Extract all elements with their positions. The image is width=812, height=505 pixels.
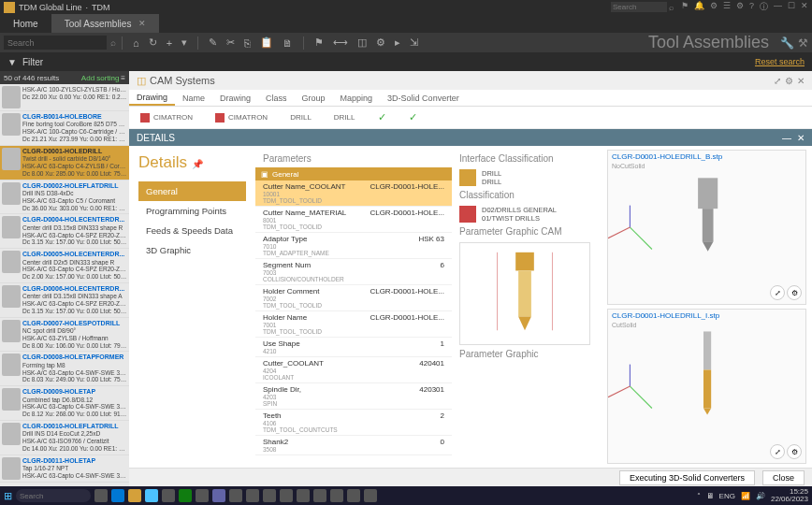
- add-sorting-link[interactable]: Add sorting: [81, 74, 119, 82]
- sub-tab[interactable]: Group: [295, 90, 333, 106]
- taskbar-app-icon[interactable]: [111, 489, 124, 502]
- sub-tab[interactable]: Mapping: [333, 90, 381, 106]
- detail-nav-item[interactable]: General: [138, 181, 246, 201]
- result-item[interactable]: CLGR-D0001-HOLEDRILL Twist drill - solid…: [0, 146, 129, 180]
- cut-icon[interactable]: ✂: [226, 36, 235, 49]
- taskbar-app-icon[interactable]: [347, 489, 360, 502]
- gear-icon[interactable]: ⚙: [785, 76, 793, 86]
- result-item[interactable]: CLGR-D0006-HOLECENTERDR... Center drill …: [0, 283, 129, 318]
- tray-monitor-icon[interactable]: 🖥: [706, 492, 714, 500]
- box-icon[interactable]: ◫: [357, 36, 367, 49]
- home-icon[interactable]: ⌂: [133, 37, 139, 49]
- taskbar-app-icon[interactable]: [162, 489, 175, 502]
- result-item[interactable]: CLGR-D0008-HOLETAPFORMER Forming tap M8 …: [0, 352, 129, 386]
- taskbar-app-icon[interactable]: [145, 489, 158, 502]
- tray-wifi-icon[interactable]: 📶: [741, 492, 750, 500]
- link-icon[interactable]: ⚙: [710, 1, 718, 13]
- detail-nav-item[interactable]: Programming Points: [138, 201, 246, 221]
- close-button[interactable]: Close: [762, 470, 805, 485]
- result-item[interactable]: CLGR-B0014-HOLEBORE Fine boring tool Cor…: [0, 111, 129, 146]
- paste-icon[interactable]: 📋: [260, 36, 273, 49]
- sub-tab[interactable]: Name: [175, 90, 212, 106]
- result-item[interactable]: CLGR-D0007-HOLESPOTDRILL NC spot drill D…: [0, 318, 129, 353]
- tool-icon[interactable]: ⚒: [798, 36, 808, 50]
- tray-lang[interactable]: ENG: [719, 492, 735, 500]
- close-panel-icon[interactable]: ✕: [797, 76, 805, 86]
- info-icon[interactable]: ⓘ: [760, 1, 768, 13]
- sub-tab[interactable]: Drawing: [129, 90, 175, 106]
- play-icon[interactable]: ▸: [395, 36, 400, 49]
- result-item[interactable]: CLGR-D0004-HOLECENTERDR... Center drill …: [0, 214, 129, 249]
- taskbar-app-icon[interactable]: [330, 489, 343, 502]
- tab-close-icon[interactable]: ✕: [138, 19, 146, 28]
- result-item[interactable]: CLGR-D0011-HOLETAP Tap 1/16-27 NPT HSK-A…: [0, 455, 129, 483]
- result-item[interactable]: CLGR-D0009-HOLETAP Combined tap D6.8/D8.…: [0, 386, 129, 421]
- close-icon[interactable]: ✕: [797, 133, 805, 143]
- taskbar-app-icon[interactable]: [212, 489, 225, 502]
- taskbar-app-icon[interactable]: [263, 489, 276, 502]
- tab-tool-assemblies[interactable]: Tool Assemblies ✕: [51, 14, 160, 33]
- taskbar-app-icon[interactable]: [128, 489, 141, 502]
- param-row[interactable]: Cutter_COOLANT 4204 ICOOLANT 420401: [255, 357, 452, 383]
- detail-nav-item[interactable]: Feeds & Speeds Data: [138, 221, 246, 240]
- export-icon[interactable]: ⇲: [410, 36, 418, 49]
- flag-icon[interactable]: ⚑: [314, 36, 324, 49]
- param-row[interactable]: Use Shape 4210 1: [255, 338, 452, 357]
- search-icon[interactable]: ⌕: [110, 37, 116, 48]
- result-item[interactable]: CLGR-D0005-HOLECENTERDR... Center drill …: [0, 249, 129, 283]
- title-search-input[interactable]: [611, 2, 667, 12]
- minimize-icon[interactable]: —: [782, 133, 791, 143]
- result-item[interactable]: HSK-A/C 100-ZYLSCI-ZYLSTB / Hoffm... Dc …: [0, 84, 129, 111]
- param-row[interactable]: Holder Comment 7002 TDM_TOOL_TOOLID CLGR…: [255, 285, 452, 311]
- param-row[interactable]: Teeth 4106 TDM_TOOL_COUNTCUTS 2: [255, 410, 452, 436]
- search-icon[interactable]: ⌕: [669, 3, 674, 12]
- wrench-icon[interactable]: 🔧: [780, 36, 794, 50]
- settings-icon[interactable]: ⚙: [736, 1, 744, 13]
- view-3d-bottom[interactable]: CLGR-D0001-HOLEDRILL_I.stp CutSolid ⤢ ⚙: [607, 309, 806, 464]
- view-settings-icon[interactable]: ⚙: [787, 285, 802, 300]
- result-item[interactable]: CLGR-D0002-HOLEFLATDRILL Drill INS D38-4…: [0, 180, 129, 215]
- tray-volume-icon[interactable]: 🔊: [756, 492, 765, 500]
- add-icon[interactable]: +: [167, 37, 172, 49]
- param-row[interactable]: Holder Name 7001 TDM_TOOL_TOOLID CLGR-D0…: [255, 311, 452, 338]
- doc-icon[interactable]: 🗎: [283, 37, 293, 49]
- detail-nav-item[interactable]: 3D Graphic: [138, 240, 246, 260]
- user-icon[interactable]: ☰: [723, 1, 731, 13]
- taskbar-app-icon[interactable]: [246, 489, 259, 502]
- help-icon[interactable]: ?: [749, 1, 754, 13]
- taskbar-app-icon[interactable]: [179, 489, 192, 502]
- view-3d-top[interactable]: CLGR-D0001-HOLEDRILL_B.stp NoCutSolid ⤢ …: [607, 150, 806, 305]
- taskbar-app-icon[interactable]: [229, 489, 242, 502]
- pin-icon[interactable]: 📌: [192, 159, 203, 169]
- close-icon[interactable]: ✕: [801, 1, 808, 13]
- result-item[interactable]: CLGR-D0010-HOLEFLATDRILL Drill INS D14 E…: [0, 421, 129, 455]
- tab-home[interactable]: Home: [0, 14, 51, 33]
- dropdown-icon[interactable]: ▾: [181, 36, 187, 49]
- measure-icon[interactable]: ⟷: [333, 36, 348, 49]
- sort-menu-icon[interactable]: ≡: [121, 74, 125, 82]
- sub-tab[interactable]: Class: [258, 90, 295, 106]
- sub-tab[interactable]: 3D-Solid Converter: [380, 90, 467, 106]
- params-group-header[interactable]: ▣General: [255, 167, 452, 180]
- edit-icon[interactable]: ✎: [209, 36, 217, 49]
- tray-chevron-icon[interactable]: ˄: [697, 492, 701, 500]
- refresh-icon[interactable]: ↻: [149, 36, 157, 49]
- view-expand-icon[interactable]: ⤢: [770, 285, 785, 300]
- reset-search-link[interactable]: Reset search: [755, 57, 805, 66]
- taskbar-app-icon[interactable]: [364, 489, 377, 502]
- view-settings-icon[interactable]: ⚙: [787, 444, 802, 459]
- gear-icon[interactable]: ⚙: [376, 36, 385, 49]
- taskbar-app-icon[interactable]: [280, 489, 293, 502]
- notification-icon[interactable]: ⚑: [681, 1, 689, 13]
- tray-date[interactable]: 22/06/2023: [771, 496, 808, 503]
- sub-tab[interactable]: Drawing: [212, 90, 258, 106]
- taskbar-search-input[interactable]: [16, 489, 91, 502]
- taskbar-app-icon[interactable]: [94, 489, 108, 502]
- taskbar-app-icon[interactable]: [313, 489, 326, 502]
- taskbar-app-icon[interactable]: [196, 489, 209, 502]
- param-row[interactable]: Cutter Name_MATERIAL 8001 TDM_TOOL_TOOLI…: [255, 207, 452, 233]
- minimize-icon[interactable]: —: [774, 1, 782, 13]
- windows-start-icon[interactable]: ⊞: [4, 490, 12, 502]
- param-row[interactable]: Adaptor Type 7010 TDM_ADAPTER_NAME HSK 6…: [255, 233, 452, 259]
- param-row[interactable]: Spindle Dir, 4203 SPIN 420301: [255, 383, 452, 410]
